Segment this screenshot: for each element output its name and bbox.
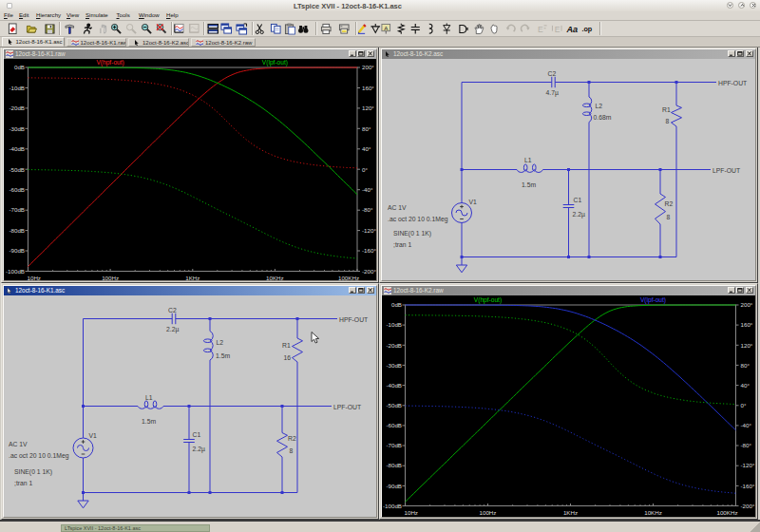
svg-text:L1: L1: [145, 394, 153, 401]
svg-text:1.5m: 1.5m: [216, 352, 230, 359]
svg-text:0°: 0°: [741, 402, 747, 408]
svg-text:0dB: 0dB: [391, 301, 402, 308]
svg-text:;tran 1: ;tran 1: [393, 241, 411, 248]
svg-text:-120°: -120°: [741, 462, 755, 468]
svg-text:-90dB: -90dB: [386, 483, 402, 489]
svg-text:1KHz: 1KHz: [185, 275, 200, 281]
svg-text:-80dB: -80dB: [386, 462, 402, 468]
svg-text:R1: R1: [282, 342, 291, 349]
svg-text:1.5m: 1.5m: [142, 418, 156, 425]
svg-text:HPF-OUT: HPF-OUT: [339, 316, 368, 323]
svg-text:-20dB: -20dB: [9, 104, 25, 111]
svg-text:V(hpf-out): V(hpf-out): [474, 296, 502, 304]
svg-text:.ac oct 20 10 0.1Meg: .ac oct 20 10 0.1Meg: [9, 452, 69, 460]
svg-text:R1: R1: [662, 106, 671, 113]
svg-text:100Hz: 100Hz: [102, 275, 119, 281]
svg-text:8: 8: [290, 447, 294, 454]
svg-text:C1: C1: [193, 431, 201, 438]
svg-text:V(lpf-out): V(lpf-out): [640, 296, 666, 304]
svg-text:L2: L2: [217, 339, 224, 346]
svg-text:1.5m: 1.5m: [522, 181, 536, 188]
svg-text:160°: 160°: [362, 85, 374, 91]
svg-text:HPF-OUT: HPF-OUT: [718, 80, 747, 86]
svg-text:-100dB: -100dB: [383, 503, 402, 509]
svg-text:-160°: -160°: [362, 247, 376, 254]
svg-text:8: 8: [666, 118, 670, 124]
svg-text:-40°: -40°: [741, 422, 752, 428]
svg-text:-80dB: -80dB: [9, 227, 25, 234]
svg-text:R2: R2: [288, 435, 296, 442]
svg-text:AC 1V: AC 1V: [9, 441, 28, 447]
svg-text:Aa: Aa: [566, 25, 578, 34]
svg-text:C2: C2: [168, 307, 177, 314]
svg-text:.ac oct 20 10 0.1Meg: .ac oct 20 10 0.1Meg: [388, 216, 448, 223]
svg-text:-50dB: -50dB: [386, 402, 402, 408]
svg-text:0dB: 0dB: [14, 64, 25, 70]
svg-text:-20dB: -20dB: [386, 342, 402, 349]
svg-text:0°: 0°: [362, 166, 368, 173]
svg-text:AC 1V: AC 1V: [388, 204, 407, 211]
svg-text:C1: C1: [574, 197, 582, 203]
svg-text:8: 8: [667, 214, 671, 220]
svg-text:1KHz: 1KHz: [563, 509, 578, 516]
svg-text:160°: 160°: [741, 321, 753, 328]
svg-text:LPF-OUT: LPF-OUT: [333, 404, 361, 410]
svg-text:LPF-OUT: LPF-OUT: [712, 167, 740, 174]
svg-text:V(lpf-out): V(lpf-out): [262, 59, 288, 66]
svg-text:80°: 80°: [741, 362, 750, 369]
svg-text:-200°: -200°: [741, 503, 755, 509]
svg-text:-80°: -80°: [741, 442, 752, 448]
svg-text:10Hz: 10Hz: [28, 275, 41, 281]
svg-text:80°: 80°: [362, 125, 371, 132]
svg-text:-40dB: -40dB: [386, 382, 402, 389]
svg-text:E: E: [537, 25, 542, 34]
svg-text:-10dB: -10dB: [386, 321, 402, 328]
svg-text:0.68m: 0.68m: [594, 114, 612, 121]
svg-text:100KHz: 100KHz: [716, 509, 737, 516]
svg-text:-50dB: -50dB: [9, 166, 25, 173]
svg-text:200°: 200°: [741, 301, 753, 308]
svg-text:-30dB: -30dB: [386, 362, 402, 369]
svg-text:-60dB: -60dB: [386, 422, 402, 428]
svg-text:C2: C2: [548, 70, 557, 77]
svg-text:100KHz: 100KHz: [338, 275, 359, 281]
svg-text:;tran 1: ;tran 1: [14, 480, 32, 486]
svg-text:100Hz: 100Hz: [480, 509, 497, 516]
svg-text:-70dB: -70dB: [9, 206, 25, 213]
svg-text:200°: 200°: [362, 64, 374, 70]
svg-text:16: 16: [284, 354, 292, 361]
svg-text:-40°: -40°: [362, 186, 373, 193]
svg-text:120°: 120°: [741, 342, 753, 349]
svg-text:-30dB: -30dB: [9, 125, 25, 132]
svg-text:L2: L2: [596, 103, 603, 109]
svg-text:L1: L1: [524, 157, 532, 163]
svg-text:-60dB: -60dB: [9, 186, 25, 193]
svg-text:-100dB: -100dB: [6, 268, 25, 275]
svg-text:SINE(0 1 1K): SINE(0 1 1K): [14, 468, 52, 476]
svg-text:V1: V1: [469, 199, 478, 205]
svg-text:2.2µ: 2.2µ: [573, 211, 585, 218]
svg-text:-160°: -160°: [741, 483, 755, 489]
svg-text:4.7µ: 4.7µ: [546, 89, 559, 97]
svg-text:-120°: -120°: [362, 227, 376, 234]
svg-text:10KHz: 10KHz: [266, 275, 284, 281]
svg-text:-80°: -80°: [362, 206, 373, 213]
svg-text:R2: R2: [665, 200, 674, 207]
svg-text:E: E: [554, 25, 560, 34]
svg-text:40°: 40°: [362, 145, 371, 152]
svg-text:-90dB: -90dB: [9, 247, 25, 254]
svg-text:-10dB: -10dB: [9, 85, 25, 91]
svg-text:10KHz: 10KHz: [644, 509, 662, 516]
svg-text:2.2µ: 2.2µ: [166, 326, 179, 333]
svg-text:V1: V1: [89, 432, 98, 439]
svg-text:V(hpf-out): V(hpf-out): [96, 59, 124, 66]
svg-text:-70dB: -70dB: [386, 442, 402, 448]
svg-text:SINE(0 1 1K): SINE(0 1 1K): [393, 230, 431, 238]
svg-text:-40dB: -40dB: [9, 145, 25, 152]
svg-text:10Hz: 10Hz: [405, 509, 418, 516]
svg-text:120°: 120°: [362, 104, 374, 111]
svg-text:40°: 40°: [741, 382, 750, 389]
svg-text:2.2µ: 2.2µ: [193, 446, 205, 453]
svg-text:.op: .op: [581, 25, 592, 33]
svg-text:-200°: -200°: [362, 268, 376, 275]
